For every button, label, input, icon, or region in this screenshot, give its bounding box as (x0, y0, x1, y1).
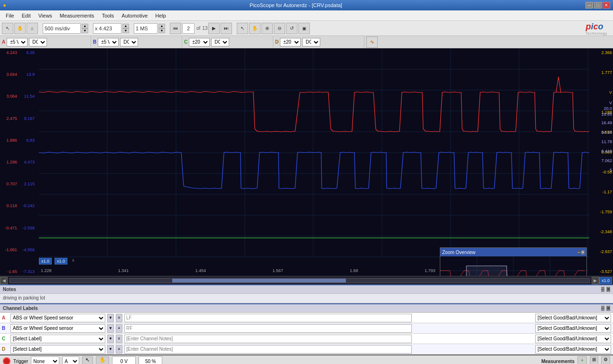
trigger-cursor-icon[interactable]: ↖ (82, 356, 93, 364)
zoom-out-button[interactable]: ⊖ (274, 23, 285, 34)
menu-edit[interactable]: Edit (18, 12, 35, 19)
trigger-percent-input[interactable] (139, 356, 162, 364)
channel-d-range[interactable]: ±20 V (280, 38, 301, 46)
channel-label-row-c: C [Select Label] ▼ ≡ [Select Good/Bad/Un… (0, 334, 613, 344)
ch-row-c-quality[interactable]: [Select Good/Bad/Unknown] (535, 335, 611, 343)
ch-row-c-name-select[interactable]: [Select Label] (10, 335, 105, 343)
samples-down[interactable]: ▼ (158, 28, 165, 33)
trigger-hand-icon[interactable]: ✋ (96, 356, 109, 364)
scroll-left-button[interactable]: ◀ (0, 277, 8, 284)
close-button[interactable]: ✕ (603, 2, 610, 9)
ch-row-d-down[interactable]: ▼ (107, 345, 114, 354)
channel-a-coupling[interactable]: DC (29, 38, 47, 46)
ch-row-c-menu[interactable]: ≡ (116, 335, 122, 343)
menu-tools[interactable]: Tools (98, 12, 118, 19)
cursor-mode-button[interactable]: ↖ (237, 23, 248, 34)
channel-b-coupling[interactable]: DC (120, 38, 138, 46)
ch-row-b-down[interactable]: ▼ (107, 324, 114, 333)
last-capture-button[interactable]: ⏭ (221, 23, 232, 34)
zoom-overview-close[interactable]: ✕ (581, 250, 585, 255)
cursor-tool-button[interactable]: ↖ (2, 23, 13, 34)
ch-row-d-notes-input[interactable] (124, 345, 412, 354)
samples-input[interactable] (134, 23, 158, 34)
ch-row-a-down[interactable]: ▼ (107, 314, 114, 322)
trigger-label: Trigger (13, 359, 28, 364)
hand-tool-button[interactable]: ✋ (14, 23, 26, 34)
ch-row-b-label-input[interactable] (124, 324, 412, 333)
toolbar: ↖ ✋ ⌂ ▲ ▼ ▲ ▼ ▲ ▼ ⏮ of 13 ▶ ⏭ ↖ ✋ (0, 21, 613, 36)
x-factor-group: ▲ ▼ (93, 23, 129, 34)
notes-text: driving in parking lot (3, 295, 45, 300)
capture-number-input[interactable] (182, 23, 195, 34)
channel-header: A ±5 V DC B ±5 V DC C ±20 V DC D ±20 V (0, 36, 613, 48)
home-button[interactable]: ⌂ (27, 23, 38, 34)
measurements-grid-button[interactable]: ⊞ (590, 356, 598, 364)
minimize-button[interactable]: ─ (585, 2, 593, 9)
scroll-right-button[interactable]: ▶ (592, 277, 599, 284)
ch-row-a-quality[interactable]: [Select Good/Bad/Unknown] (535, 314, 611, 322)
channel-c-range[interactable]: ±20 V (189, 38, 210, 46)
ch-row-a-name-select[interactable]: ABS or Wheel Speed sensor (10, 314, 105, 322)
trigger-channel-select[interactable]: ABCD (62, 356, 79, 364)
scope-area: 4.243 6.26 3.654 13.9 3.064 11.54 2.475 … (0, 48, 613, 276)
channel-d-header: D ±20 V DC (273, 36, 364, 48)
x-factor-up[interactable]: ▲ (122, 24, 129, 28)
scrollbar-track[interactable] (9, 278, 590, 283)
menu-help[interactable]: Help (151, 12, 170, 19)
menu-views[interactable]: Views (35, 12, 56, 19)
x-factor-input[interactable] (93, 23, 121, 34)
timebase-up[interactable]: ▲ (82, 24, 88, 28)
channel-b-range[interactable]: ±5 V (98, 38, 119, 46)
notes-panel: Notes ─ ✕ driving in parking lot (0, 284, 613, 303)
ch-row-c-down[interactable]: ▼ (107, 335, 114, 343)
pan-button[interactable]: ✋ (249, 23, 260, 34)
timebase-down[interactable]: ▼ (82, 28, 88, 33)
ch-row-d-name-select[interactable]: [Select Label] (10, 345, 105, 354)
x-factor-down[interactable]: ▼ (122, 28, 129, 33)
channel-label-row-a: A ABS or Wheel Speed sensor ▼ ≡ [Select … (0, 313, 613, 323)
scrollbar-row: ◀ ▶ x1.0 (0, 276, 613, 284)
trigger-mode-select[interactable]: None Rising Falling (31, 356, 59, 364)
menu-measurements[interactable]: Measurements (56, 12, 98, 19)
total-captures: 13 (202, 26, 207, 31)
measurements-settings-button[interactable]: ⚙ (601, 356, 610, 364)
zoom-overview-pin[interactable]: ─ (577, 250, 580, 255)
window-title: PicoScope for Autonerdz - [CRV.psdata] (6, 2, 585, 8)
channel-c-coupling[interactable]: DC (211, 38, 229, 46)
ch-row-a-menu[interactable]: ≡ (116, 314, 122, 322)
channel-a-range[interactable]: ±5 V (7, 38, 28, 46)
trigger-voltage-input[interactable] (112, 356, 136, 364)
ch-row-d-quality[interactable]: [Select Good/Bad/Unknown] (535, 345, 611, 354)
menu-file[interactable]: File (2, 12, 18, 19)
zoom-reset-button[interactable]: ↺ (286, 23, 297, 34)
channel-labels-close[interactable]: ✕ (606, 306, 610, 311)
zoom-in-button[interactable]: ⊕ (261, 23, 273, 34)
timebase-input[interactable] (43, 23, 81, 34)
ch-row-b-id: B (2, 326, 9, 331)
measure-button[interactable]: ▣ (298, 23, 310, 34)
ch-row-b-menu[interactable]: ≡ (116, 324, 122, 333)
ch-row-b-name-select[interactable]: ABS or Wheel Speed sensor (10, 324, 105, 333)
y-axis-left: 4.243 6.26 3.654 13.9 3.064 11.54 2.475 … (0, 48, 39, 276)
title-bar: ● PicoScope for Autonerdz - [CRV.psdata]… (0, 0, 613, 10)
measurements-add-button[interactable]: ＋ (577, 356, 587, 364)
scrollbar-thumb[interactable] (172, 279, 346, 282)
notes-pin-button[interactable]: ─ (601, 287, 604, 292)
ch-row-c-notes-input[interactable] (124, 335, 412, 343)
samples-up[interactable]: ▲ (158, 24, 165, 28)
next-capture-button[interactable]: ▶ (208, 23, 220, 34)
notes-close-button[interactable]: ✕ (606, 287, 610, 292)
auto-setup-button[interactable]: ∿ (366, 36, 378, 48)
ch-row-d-menu[interactable]: ≡ (116, 345, 122, 354)
ch-row-a-label-input[interactable] (124, 314, 412, 322)
ch-row-b-quality[interactable]: [Select Good/Bad/Unknown] (535, 324, 611, 333)
channel-labels-header: Channel Labels ─ ✕ (0, 304, 613, 313)
right-axis-extra: V 20.0 18.85 16.49 14.13 11.78 9.419 7.0… (589, 48, 613, 173)
menu-automotive[interactable]: Automotive (118, 12, 151, 19)
channel-labels-pin[interactable]: ─ (601, 306, 604, 311)
restore-button[interactable]: □ (594, 2, 602, 9)
time-unit: s (72, 258, 74, 264)
menu-bar: File Edit Views Measurements Tools Autom… (0, 10, 613, 21)
first-capture-button[interactable]: ⏮ (170, 23, 181, 34)
channel-d-coupling[interactable]: DC (302, 38, 320, 46)
